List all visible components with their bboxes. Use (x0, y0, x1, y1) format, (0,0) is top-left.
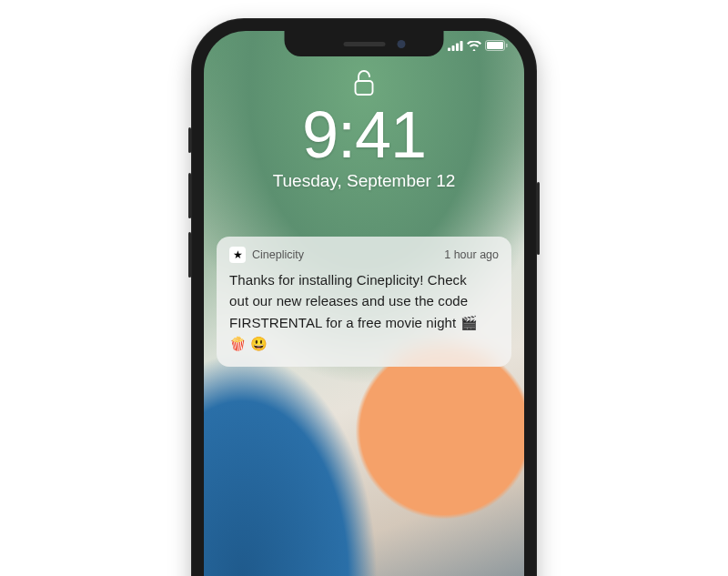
svg-rect-6 (506, 44, 508, 47)
notification-text-line: 🍿 😃 (229, 336, 268, 351)
notification-app-name: Cineplicity (252, 248, 438, 261)
svg-rect-3 (460, 41, 463, 51)
volume-down-button[interactable] (188, 232, 191, 278)
front-camera (398, 40, 406, 48)
lock-screen[interactable]: 9:41 Tuesday, September 12 ★ Cineplicity… (204, 31, 524, 576)
svg-rect-5 (487, 42, 503, 49)
push-notification-card[interactable]: ★ Cineplicity 1 hour ago Thanks for inst… (217, 237, 511, 367)
lock-screen-header: 9:41 Tuesday, September 12 (204, 69, 524, 191)
svg-rect-1 (452, 45, 455, 51)
status-bar-right (448, 40, 508, 51)
cellular-signal-icon (448, 41, 463, 51)
notification-timestamp: 1 hour ago (444, 248, 499, 261)
speaker-grille (343, 42, 385, 46)
svg-rect-2 (456, 43, 459, 51)
phone-frame: 9:41 Tuesday, September 12 ★ Cineplicity… (191, 18, 537, 576)
notification-text-line: FIRSTRENTAL for a free movie night 🎬 (229, 315, 478, 330)
notification-body: Thanks for installing Cineplicity! Check… (229, 269, 499, 354)
clock-date: Tuesday, September 12 (273, 171, 456, 191)
wifi-icon (467, 41, 481, 51)
app-icon: ★ (229, 247, 246, 263)
notch (285, 31, 444, 56)
volume-up-button[interactable] (188, 173, 191, 218)
power-button[interactable] (537, 182, 540, 255)
notification-header: ★ Cineplicity 1 hour ago (229, 247, 499, 263)
svg-rect-0 (448, 47, 450, 51)
mute-switch[interactable] (188, 127, 191, 153)
battery-icon (485, 40, 508, 51)
notification-text-line: out our new releases and use the code (229, 293, 468, 308)
clock-time: 9:41 (302, 102, 426, 167)
unlock-icon (354, 69, 374, 96)
svg-rect-7 (356, 81, 373, 95)
notification-text-line: Thanks for installing Cineplicity! Check (229, 272, 467, 288)
